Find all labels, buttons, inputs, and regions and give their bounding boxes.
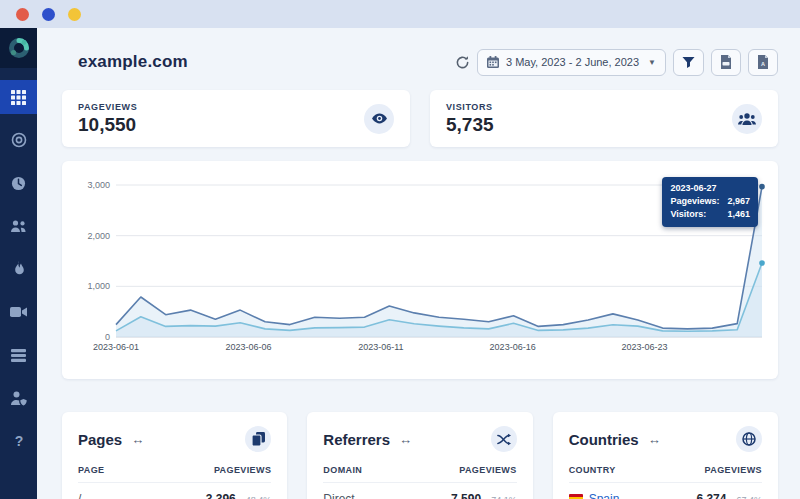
refresh-button[interactable] bbox=[455, 55, 470, 70]
countries-panel-title: Countries bbox=[569, 431, 639, 448]
user-group-icon bbox=[738, 112, 756, 126]
svg-text:2023-06-06: 2023-06-06 bbox=[225, 342, 271, 352]
countries-row-label[interactable]: Spain bbox=[569, 492, 620, 499]
globe-icon bbox=[742, 432, 756, 446]
visitors-stat-value: 5,735 bbox=[446, 114, 494, 136]
tooltip-visitors-label: Visitors: bbox=[670, 208, 706, 221]
svg-text:3,000: 3,000 bbox=[87, 180, 110, 190]
visitors-stat-label: VISITORS bbox=[446, 102, 494, 112]
pages-col-pageviews: PAGEVIEWS bbox=[214, 465, 271, 475]
calendar-icon bbox=[487, 56, 499, 68]
chevron-down-icon: ▼ bbox=[648, 58, 656, 67]
file-csv-icon bbox=[720, 55, 732, 69]
pages-panel-button[interactable] bbox=[245, 426, 271, 452]
countries-col-country: COUNTRY bbox=[569, 465, 616, 475]
copy-pages-icon bbox=[252, 432, 265, 446]
users-icon bbox=[10, 219, 27, 233]
country-name: Spain bbox=[589, 492, 620, 499]
horizontal-arrows-icon[interactable]: ↔ bbox=[131, 432, 144, 447]
svg-text:2023-06-11: 2023-06-11 bbox=[358, 342, 403, 352]
goals-target-icon bbox=[11, 132, 27, 148]
referrers-row-percent: 74.1% bbox=[491, 495, 517, 499]
sidebar-nav: ? bbox=[0, 28, 37, 499]
sidebar-item-live[interactable] bbox=[0, 252, 37, 286]
svg-text:0: 0 bbox=[105, 332, 110, 342]
svg-text:A: A bbox=[761, 61, 765, 67]
visitors-stat-card: VISITORS 5,735 bbox=[430, 90, 778, 147]
countries-row-value: 6,374 bbox=[696, 492, 726, 499]
sidebar-item-privacy[interactable] bbox=[0, 381, 37, 415]
header-controls: 3 May, 2023 - 2 June, 2023 ▼ bbox=[455, 49, 778, 76]
svg-text:2023-06-01: 2023-06-01 bbox=[93, 342, 139, 352]
countries-row[interactable]: Spain 6,374 67.4% bbox=[569, 492, 762, 499]
countries-row-percent: 67.4% bbox=[736, 495, 762, 499]
referrers-panel-title: Referrers bbox=[323, 431, 390, 448]
stats-row: PAGEVIEWS 10,550 VISITORS 5,735 bbox=[62, 90, 778, 147]
tooltip-date: 2023-06-27 bbox=[670, 182, 750, 195]
svg-text:2023-06-16: 2023-06-16 bbox=[490, 342, 536, 352]
filter-funnel-icon bbox=[682, 56, 695, 69]
svg-text:2,000: 2,000 bbox=[87, 231, 110, 241]
pages-row-label[interactable]: / bbox=[78, 492, 81, 499]
traffic-chart-card: 01,0002,0003,0002023-06-012023-06-062023… bbox=[62, 161, 778, 379]
help-icon: ? bbox=[13, 434, 25, 449]
pages-row-percent: 48.4% bbox=[246, 495, 272, 499]
eye-icon bbox=[371, 110, 388, 127]
horizontal-arrows-icon[interactable]: ↔ bbox=[648, 432, 661, 447]
referrers-row-value: 7,590 bbox=[451, 492, 481, 499]
countries-panel-button[interactable] bbox=[736, 426, 762, 452]
pageviews-stat-label: PAGEVIEWS bbox=[78, 102, 137, 112]
referrers-row[interactable]: Direct 7,590 74.1% bbox=[323, 492, 516, 499]
horizontal-arrows-icon[interactable]: ↔ bbox=[399, 432, 412, 447]
filter-button[interactable] bbox=[673, 49, 704, 76]
pages-panel: Pages ↔ PAGE PAGEVIEWS / 3,396 48. bbox=[62, 412, 287, 499]
live-flame-icon bbox=[12, 261, 25, 277]
spain-flag-icon bbox=[569, 494, 583, 499]
dashboard-grid-icon bbox=[11, 90, 26, 105]
referrers-col-domain: DOMAIN bbox=[323, 465, 362, 475]
sidebar-item-logs[interactable] bbox=[0, 338, 37, 372]
sidebar-item-history[interactable] bbox=[0, 166, 37, 200]
window-dot-red[interactable] bbox=[16, 8, 29, 21]
chart-tooltip: 2023-06-27 Pageviews: 2,967 Visitors: 1,… bbox=[662, 177, 758, 227]
shuffle-icon bbox=[497, 433, 511, 446]
sidebar-item-recordings[interactable] bbox=[0, 295, 37, 329]
pageviews-icon-badge bbox=[364, 104, 394, 134]
pageviews-stat-card: PAGEVIEWS 10,550 bbox=[62, 90, 410, 147]
breakdown-panels-row: Pages ↔ PAGE PAGEVIEWS / 3,396 48. bbox=[62, 412, 778, 499]
recordings-camera-icon bbox=[10, 306, 27, 318]
pages-panel-title: Pages bbox=[78, 431, 122, 448]
pages-row-value: 3,396 bbox=[206, 492, 236, 499]
export-csv-button[interactable] bbox=[711, 49, 741, 76]
svg-text:2023-06-23: 2023-06-23 bbox=[621, 342, 667, 352]
svg-text:1,000: 1,000 bbox=[87, 281, 110, 291]
sidebar-item-dashboard[interactable] bbox=[0, 80, 37, 114]
referrers-panel: Referrers ↔ DOMAIN PAGEVIEWS bbox=[307, 412, 532, 499]
site-title: example.com bbox=[78, 52, 188, 72]
countries-col-pageviews: PAGEVIEWS bbox=[705, 465, 762, 475]
file-pdf-icon: A bbox=[757, 55, 769, 69]
sidebar-item-goals[interactable] bbox=[0, 123, 37, 157]
sidebar-item-users[interactable] bbox=[0, 209, 37, 243]
tooltip-pageviews-value: 2,967 bbox=[727, 195, 750, 208]
svg-text:?: ? bbox=[14, 434, 23, 449]
export-pdf-button[interactable]: A bbox=[748, 49, 778, 76]
pageviews-stat-value: 10,550 bbox=[78, 114, 137, 136]
app-logo[interactable] bbox=[0, 28, 37, 68]
pages-col-page: PAGE bbox=[78, 465, 104, 475]
main-content: example.com 3 May, 2023 - 2 June, 2023 ▼ bbox=[37, 28, 800, 499]
date-range-label: 3 May, 2023 - 2 June, 2023 bbox=[506, 56, 639, 68]
referrers-panel-button[interactable] bbox=[491, 426, 517, 452]
window-titlebar bbox=[0, 0, 800, 28]
window-dot-yellow[interactable] bbox=[68, 8, 81, 21]
sidebar-item-help[interactable]: ? bbox=[0, 424, 37, 458]
tooltip-visitors-value: 1,461 bbox=[727, 208, 750, 221]
pages-row[interactable]: / 3,396 48.4% bbox=[78, 492, 271, 499]
tooltip-pageviews-label: Pageviews: bbox=[670, 195, 719, 208]
countries-panel: Countries ↔ COUNTRY PAGEVIEWS bbox=[553, 412, 778, 499]
visitors-icon-badge bbox=[732, 104, 762, 134]
window-dot-blue[interactable] bbox=[42, 8, 55, 21]
date-range-picker[interactable]: 3 May, 2023 - 2 June, 2023 ▼ bbox=[477, 49, 666, 76]
referrers-row-label[interactable]: Direct bbox=[323, 492, 354, 499]
referrers-col-pageviews: PAGEVIEWS bbox=[459, 465, 516, 475]
